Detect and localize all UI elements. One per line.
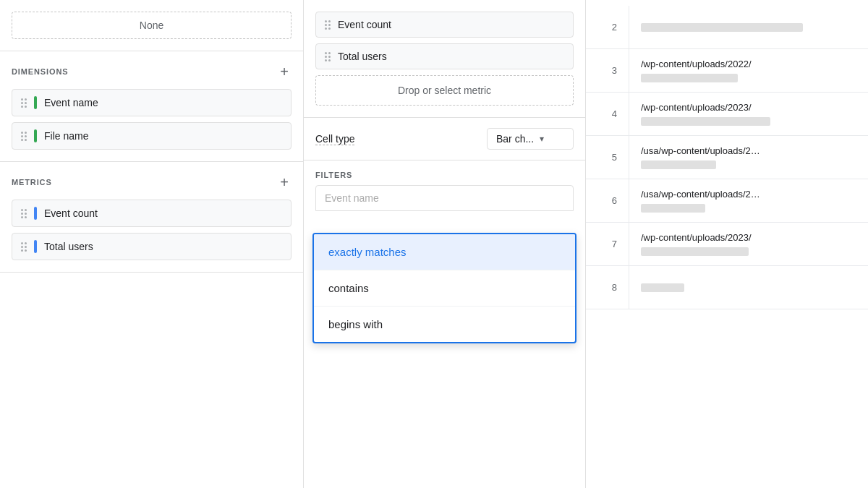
row-content — [629, 266, 868, 309]
row-number: 2 — [586, 6, 629, 48]
row-url: /usa/wp-content/uploads/2… — [641, 189, 856, 200]
middle-panel: Event count Total users Drop or select m… — [304, 0, 586, 488]
metrics-section-left: METRICS + Event count Total — [0, 162, 303, 273]
row-number: 3 — [586, 49, 629, 92]
table-row: 6 /usa/wp-content/uploads/2… — [586, 179, 868, 223]
row-number: 4 — [586, 93, 629, 135]
row-bar — [641, 23, 803, 32]
drag-handle-icon — [325, 52, 331, 61]
dimension-item-file-name[interactable]: File name — [12, 122, 292, 150]
metric-item-total-users[interactable]: Total users — [12, 233, 292, 260]
row-number: 5 — [586, 136, 629, 179]
metric-label: Total users — [44, 241, 93, 252]
middle-metrics-section: Event count Total users Drop or select m… — [304, 0, 585, 118]
add-metric-button[interactable]: + — [277, 174, 292, 191]
add-dimension-button[interactable]: + — [277, 63, 292, 80]
dimension-item-event-name[interactable]: Event name — [12, 89, 292, 116]
dropdown-item-begins-with[interactable]: begins with — [314, 307, 575, 342]
cell-type-value: Bar ch... — [496, 133, 534, 145]
filter-dropdown: exactly matches contains begins with — [312, 233, 576, 343]
dropdown-item-exactly-matches[interactable]: exactly matches — [314, 234, 575, 270]
drop-metric-label: Drop or select metric — [398, 85, 491, 96]
metrics-header: METRICS + — [12, 174, 292, 191]
none-button[interactable]: None — [12, 12, 292, 39]
drag-handle-icon — [21, 132, 27, 141]
dimensions-title: DIMENSIONS — [12, 67, 68, 76]
filters-section: FILTERS Event name exactly matches conta… — [304, 160, 585, 488]
middle-metric-chip-total-users[interactable]: Total users — [315, 43, 574, 69]
drop-metric-zone[interactable]: Drop or select metric — [315, 75, 574, 106]
table-row: 8 — [586, 266, 868, 309]
row-bar — [641, 74, 738, 82]
drag-handle-icon — [325, 20, 331, 30]
dimensions-header: DIMENSIONS + — [12, 63, 292, 80]
row-content: /usa/wp-content/uploads/2… — [629, 179, 868, 222]
middle-metric-chip-event-count[interactable]: Event count — [315, 12, 574, 38]
drag-handle-icon — [21, 242, 27, 252]
row-content: /wp-content/uploads/2023/ — [629, 223, 868, 265]
table-row: 5 /usa/wp-content/uploads/2… — [586, 136, 868, 179]
row-content: /usa/wp-content/uploads/2… — [629, 136, 868, 179]
dimension-label: File name — [44, 130, 88, 142]
row-number: 7 — [586, 223, 629, 265]
metric-color-bar — [34, 240, 37, 253]
metric-label: Event count — [44, 207, 98, 219]
row-content — [629, 6, 868, 48]
metrics-title: METRICS — [12, 178, 52, 187]
none-section: None — [0, 0, 303, 51]
row-url: /wp-content/uploads/2023/ — [641, 102, 856, 113]
dimension-color-bar — [34, 96, 37, 109]
row-url: /wp-content/uploads/2023/ — [641, 232, 856, 243]
row-number: 8 — [586, 266, 629, 309]
row-bar — [641, 247, 749, 256]
middle-metric-label: Event count — [338, 19, 391, 30]
dropdown-item-contains[interactable]: contains — [314, 270, 575, 307]
row-bar — [641, 204, 705, 213]
row-content: /wp-content/uploads/2022/ — [629, 49, 868, 92]
filter-input[interactable]: Event name — [315, 185, 574, 211]
cell-type-label: Cell type — [315, 133, 354, 145]
filter-input-placeholder: Event name — [325, 192, 379, 204]
filters-title: FILTERS — [304, 160, 585, 185]
left-panel: None DIMENSIONS + Event name — [0, 0, 304, 488]
cell-type-row: Cell type Bar ch... ▾ — [304, 118, 585, 160]
row-bar — [641, 117, 770, 126]
middle-metric-label: Total users — [338, 51, 387, 62]
row-bar — [641, 283, 684, 292]
chevron-down-icon: ▾ — [540, 134, 544, 144]
cell-type-select[interactable]: Bar ch... ▾ — [487, 128, 574, 150]
metric-item-event-count[interactable]: Event count — [12, 200, 292, 227]
row-url: /wp-content/uploads/2022/ — [641, 59, 856, 69]
table-row: 4 /wp-content/uploads/2023/ — [586, 93, 868, 136]
row-url: /usa/wp-content/uploads/2… — [641, 145, 856, 156]
dimension-label: Event name — [44, 97, 98, 108]
dimension-color-bar — [34, 129, 37, 142]
right-panel: 2 3 /wp-content/uploads/2022/ 4 /wp-cont… — [586, 0, 868, 488]
row-number: 6 — [586, 179, 629, 222]
row-content: /wp-content/uploads/2023/ — [629, 93, 868, 135]
drag-handle-icon — [21, 98, 27, 108]
metric-color-bar — [34, 207, 37, 220]
row-bar — [641, 160, 716, 169]
drag-handle-icon — [21, 209, 27, 218]
table-row: 7 /wp-content/uploads/2023/ — [586, 223, 868, 266]
dimensions-section: DIMENSIONS + Event name File — [0, 51, 303, 162]
table-row: 2 — [586, 6, 868, 49]
table-row: 3 /wp-content/uploads/2022/ — [586, 49, 868, 93]
